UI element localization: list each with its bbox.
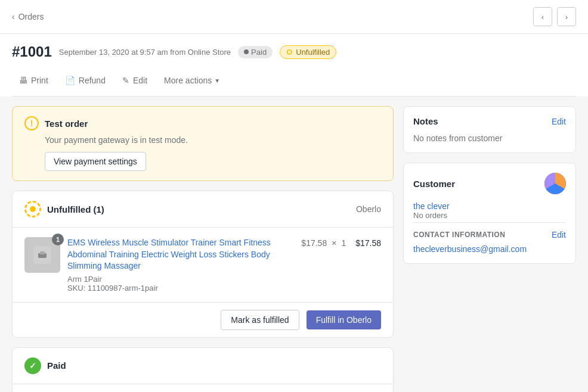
unfulfilled-card: Unfulfilled (1) Oberlo 1 bbox=[12, 191, 394, 338]
order-navigation: ‹ › bbox=[533, 7, 576, 26]
refund-label: Refund bbox=[79, 76, 106, 85]
no-notes-text: No notes from customer bbox=[413, 133, 566, 143]
customer-name[interactable]: the clever bbox=[413, 201, 566, 211]
print-label: Print bbox=[31, 76, 48, 85]
test-order-alert: ! Test order Your payment gateway is in … bbox=[12, 106, 394, 181]
customer-orders: No orders bbox=[413, 211, 566, 220]
customer-card: Customer the clever No orders CONTACT IN… bbox=[403, 163, 576, 264]
page-header: #1001 September 13, 2020 at 9:57 am from… bbox=[0, 34, 588, 97]
paid-card: ✓ Paid Subtotal 1 item bbox=[12, 347, 394, 392]
back-label: Orders bbox=[18, 12, 44, 21]
customer-avatar bbox=[544, 173, 566, 194]
action-bar: 🖶 Print 📄 Refund ✎ Edit More actions ▼ bbox=[12, 67, 576, 97]
order-item: 1 EMS Wireless Muscle Stimulator Trainer… bbox=[13, 228, 393, 302]
item-quantity-badge: 1 bbox=[52, 234, 64, 245]
main-right-column: Notes Edit No notes from customer Custom… bbox=[403, 106, 576, 392]
notes-edit-button[interactable]: Edit bbox=[552, 117, 566, 126]
edit-button[interactable]: ✎ Edit bbox=[115, 72, 154, 89]
mark-as-fulfilled-button[interactable]: Mark as fulfilled bbox=[221, 310, 299, 330]
view-payment-settings-button[interactable]: View payment settings bbox=[45, 152, 146, 171]
notes-title: Notes bbox=[413, 116, 438, 126]
notes-card: Notes Edit No notes from customer bbox=[403, 106, 576, 153]
order-number: #1001 bbox=[12, 43, 52, 60]
item-quantity: 1 bbox=[341, 238, 346, 248]
more-actions-label: More actions bbox=[164, 76, 212, 85]
top-nav: ‹ Orders ‹ › bbox=[0, 0, 588, 34]
contact-section: CONTACT INFORMATION Edit thecleverbusine… bbox=[413, 222, 566, 254]
item-price: $17.58 × 1 $17.58 bbox=[301, 237, 381, 248]
more-actions-button[interactable]: More actions ▼ bbox=[157, 72, 227, 89]
refund-icon: 📄 bbox=[65, 76, 75, 85]
item-image: 1 bbox=[24, 237, 60, 273]
unfulfilled-card-footer: Mark as fulfilled Fulfill in Oberlo bbox=[13, 302, 393, 337]
order-date: September 13, 2020 at 9:57 am from Onlin… bbox=[59, 48, 231, 57]
contact-label: CONTACT INFORMATION bbox=[413, 231, 505, 239]
unfulfilled-badge: Unfulfilled bbox=[280, 45, 336, 59]
fulfill-in-oberlo-button[interactable]: Fulfill in Oberlo bbox=[307, 310, 381, 329]
item-total: $17.58 bbox=[355, 238, 381, 248]
notes-card-header: Notes Edit bbox=[413, 116, 566, 126]
item-name[interactable]: EMS Wireless Muscle Stimulator Trainer S… bbox=[67, 237, 294, 272]
multiply-symbol: × bbox=[332, 238, 336, 248]
supplier-name: Oberlo bbox=[356, 204, 381, 214]
edit-icon: ✎ bbox=[122, 76, 129, 85]
next-order-button[interactable]: › bbox=[557, 7, 576, 26]
unfulfilled-title: Unfulfilled (1) bbox=[47, 204, 104, 214]
prev-order-button[interactable]: ‹ bbox=[533, 7, 552, 26]
paid-icon: ✓ bbox=[24, 357, 41, 374]
print-button[interactable]: 🖶 Print bbox=[12, 72, 55, 89]
contact-section-header: CONTACT INFORMATION Edit bbox=[413, 230, 566, 239]
main-content: ! Test order Your payment gateway is in … bbox=[0, 97, 588, 392]
item-variant: Arm 1Pair bbox=[67, 275, 294, 284]
item-details: EMS Wireless Muscle Stimulator Trainer S… bbox=[67, 237, 294, 293]
alert-body: Your payment gateway is in test mode. bbox=[45, 135, 381, 145]
edit-label: Edit bbox=[133, 76, 147, 85]
customer-card-header: Customer bbox=[413, 173, 566, 194]
item-sku: SKU: 11100987-arm-1pair bbox=[67, 284, 294, 293]
unfulfilled-icon bbox=[24, 201, 41, 217]
back-nav[interactable]: ‹ Orders bbox=[12, 12, 44, 21]
contact-email[interactable]: thecleverbusiness@gmail.com bbox=[413, 244, 566, 254]
back-arrow-icon: ‹ bbox=[12, 12, 15, 21]
paid-badge: Paid bbox=[238, 46, 273, 58]
svg-rect-2 bbox=[40, 251, 45, 254]
paid-subtotal-row: Subtotal 1 item bbox=[13, 384, 393, 392]
contact-edit-button[interactable]: Edit bbox=[552, 230, 566, 239]
print-icon: 🖶 bbox=[19, 76, 27, 85]
customer-title: Customer bbox=[413, 179, 455, 189]
alert-title: Test order bbox=[45, 119, 88, 129]
main-left-column: ! Test order Your payment gateway is in … bbox=[12, 106, 394, 392]
refund-button[interactable]: 📄 Refund bbox=[58, 72, 113, 89]
paid-card-header: ✓ Paid bbox=[13, 348, 393, 384]
unfulfilled-card-header: Unfulfilled (1) Oberlo bbox=[13, 191, 393, 228]
paid-title: Paid bbox=[47, 360, 66, 371]
item-unit-price: $17.58 bbox=[301, 238, 327, 248]
chevron-down-icon: ▼ bbox=[214, 77, 220, 84]
alert-icon: ! bbox=[24, 116, 39, 130]
